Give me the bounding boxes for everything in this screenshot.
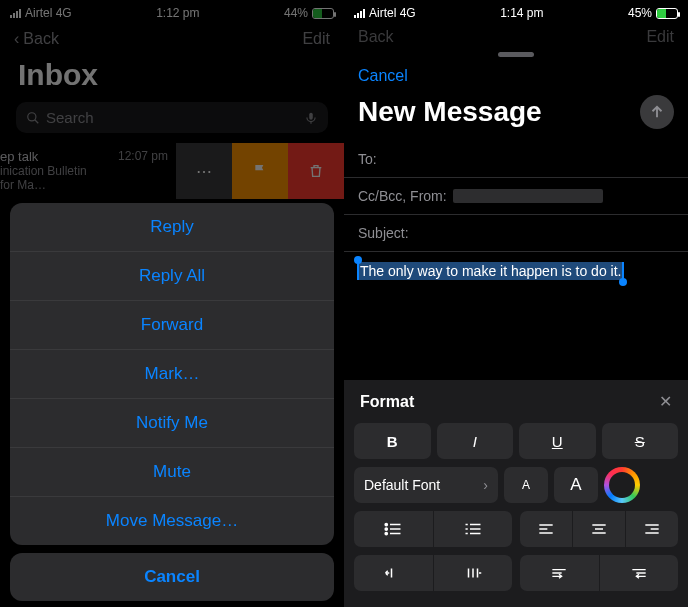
action-cancel[interactable]: Cancel bbox=[10, 553, 334, 601]
svg-point-8 bbox=[385, 532, 387, 534]
battery-percent: 44% bbox=[284, 6, 308, 20]
signal-icon bbox=[354, 8, 365, 18]
selection-handle-end[interactable] bbox=[619, 278, 627, 286]
clock-label: 1:12 pm bbox=[156, 6, 199, 20]
align-left-button[interactable] bbox=[520, 511, 573, 547]
bold-button[interactable]: B bbox=[354, 423, 431, 459]
send-button[interactable] bbox=[640, 95, 674, 129]
arrow-up-icon bbox=[648, 103, 666, 121]
sheet-grabber[interactable] bbox=[498, 52, 534, 57]
phone-left-inbox: Airtel 4G 1:12 pm 44% ‹Back Edit Inbox S… bbox=[0, 0, 344, 607]
cancel-button[interactable]: Cancel bbox=[344, 61, 688, 95]
swipe-more-button[interactable]: ⋯ bbox=[176, 143, 232, 199]
outdent-icon bbox=[384, 566, 402, 580]
nav-bar: ‹Back Edit bbox=[0, 24, 344, 54]
action-mute[interactable]: Mute bbox=[10, 448, 334, 497]
trash-icon bbox=[308, 163, 324, 179]
back-button[interactable]: ‹Back bbox=[14, 30, 59, 48]
align-center-icon bbox=[591, 523, 607, 535]
clock-label: 1:14 pm bbox=[500, 6, 543, 20]
message-body[interactable]: The only way to make it happen is to do … bbox=[344, 252, 688, 332]
indent-group bbox=[354, 555, 512, 591]
page-title: Inbox bbox=[0, 54, 344, 102]
compose-title: New Message bbox=[358, 96, 542, 128]
swipe-flag-button[interactable] bbox=[232, 143, 288, 199]
action-sheet: Reply Reply All Forward Mark… Notify Me … bbox=[0, 203, 344, 607]
align-center-button[interactable] bbox=[573, 511, 626, 547]
strike-button[interactable]: S bbox=[602, 423, 679, 459]
flag-icon bbox=[252, 163, 268, 179]
bullet-list-icon bbox=[384, 522, 402, 536]
ellipsis-icon: ⋯ bbox=[196, 162, 212, 181]
from-address-redacted bbox=[453, 189, 603, 203]
status-bar: Airtel 4G 1:12 pm 44% bbox=[0, 0, 344, 24]
action-reply[interactable]: Reply bbox=[10, 203, 334, 252]
subject-field[interactable]: Subject: bbox=[344, 215, 688, 252]
chevron-left-icon: ‹ bbox=[14, 30, 19, 47]
text-color-button[interactable] bbox=[604, 467, 640, 503]
font-picker-button[interactable]: Default Font › bbox=[354, 467, 498, 503]
swipe-actions: ⋯ bbox=[176, 143, 344, 199]
phone-right-compose: Airtel 4G 1:14 pm 45% Back Edit Cancel N… bbox=[344, 0, 688, 607]
svg-point-4 bbox=[385, 523, 387, 525]
direction-group bbox=[520, 555, 678, 591]
format-panel: Format ✕ B I U S Default Font › A A bbox=[344, 380, 688, 607]
action-forward[interactable]: Forward bbox=[10, 301, 334, 350]
background-nav: Back Edit bbox=[344, 24, 688, 50]
message-preview: inication Bulletin for Ma… bbox=[0, 164, 88, 192]
align-group bbox=[520, 511, 678, 547]
font-size-down-button[interactable]: A bbox=[504, 467, 548, 503]
numbered-list-icon bbox=[464, 522, 482, 536]
bullet-list-button[interactable] bbox=[354, 511, 434, 547]
search-icon bbox=[26, 111, 40, 125]
ltr-button[interactable] bbox=[520, 555, 600, 591]
message-time: 12:07 pm bbox=[92, 143, 176, 199]
svg-point-6 bbox=[385, 528, 387, 530]
align-left-icon bbox=[538, 523, 554, 535]
italic-button[interactable]: I bbox=[437, 423, 514, 459]
svg-point-0 bbox=[28, 112, 36, 120]
selected-text[interactable]: The only way to make it happen is to do … bbox=[358, 262, 623, 280]
action-reply-all[interactable]: Reply All bbox=[10, 252, 334, 301]
selection-handle-start[interactable] bbox=[354, 256, 362, 264]
carrier-label: Airtel 4G bbox=[369, 6, 416, 20]
svg-line-1 bbox=[35, 119, 39, 123]
indent-icon bbox=[464, 566, 482, 580]
status-bar: Airtel 4G 1:14 pm 45% bbox=[344, 0, 688, 24]
message-row[interactable]: ep talk inication Bulletin for Ma… 12:07… bbox=[0, 143, 344, 199]
edit-button[interactable]: Edit bbox=[302, 30, 330, 48]
rtl-icon bbox=[630, 567, 648, 579]
svg-rect-2 bbox=[309, 112, 313, 119]
format-close-button[interactable]: ✕ bbox=[659, 392, 672, 411]
rtl-button[interactable] bbox=[600, 555, 679, 591]
message-title: ep talk bbox=[0, 149, 88, 164]
to-field[interactable]: To: bbox=[344, 141, 688, 178]
indent-button[interactable] bbox=[434, 555, 513, 591]
carrier-label: Airtel 4G bbox=[25, 6, 72, 20]
action-move[interactable]: Move Message… bbox=[10, 497, 334, 545]
underline-button[interactable]: U bbox=[519, 423, 596, 459]
chevron-right-icon: › bbox=[483, 477, 488, 493]
ccbcc-field[interactable]: Cc/Bcc, From: bbox=[344, 178, 688, 215]
battery-percent: 45% bbox=[628, 6, 652, 20]
search-input[interactable]: Search bbox=[16, 102, 328, 133]
list-group bbox=[354, 511, 512, 547]
battery-icon bbox=[656, 8, 678, 19]
mic-icon[interactable] bbox=[304, 111, 318, 125]
action-mark[interactable]: Mark… bbox=[10, 350, 334, 399]
battery-icon bbox=[312, 8, 334, 19]
font-size-up-button[interactable]: A bbox=[554, 467, 598, 503]
ltr-icon bbox=[550, 567, 568, 579]
close-icon: ✕ bbox=[659, 393, 672, 410]
align-right-icon bbox=[644, 523, 660, 535]
outdent-button[interactable] bbox=[354, 555, 434, 591]
numbered-list-button[interactable] bbox=[434, 511, 513, 547]
search-placeholder: Search bbox=[46, 109, 94, 126]
swipe-trash-button[interactable] bbox=[288, 143, 344, 199]
signal-icon bbox=[10, 8, 21, 18]
action-notify[interactable]: Notify Me bbox=[10, 399, 334, 448]
align-right-button[interactable] bbox=[626, 511, 678, 547]
format-title: Format bbox=[360, 393, 414, 411]
